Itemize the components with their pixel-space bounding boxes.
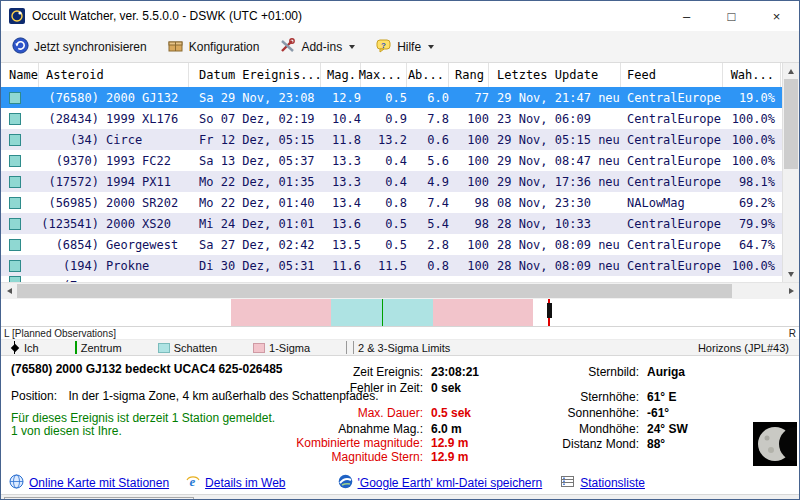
event-time-label: Zeit Ereignis:: [263, 365, 423, 379]
header-asteroid[interactable]: Asteroid: [39, 63, 189, 87]
horizontal-scrollbar[interactable]: [1, 282, 799, 299]
combined-mag-value: 12.9 m: [431, 436, 468, 450]
header-mag[interactable]: Mag.: [321, 63, 361, 87]
table-row[interactable]: (6854) Georgewest Sa 27 Dez, 02:42 13.5 …: [1, 234, 782, 255]
header-wah[interactable]: Wah...: [723, 63, 781, 87]
table-row[interactable]: (28434) 1999 XL176 So 07 Dez, 02:19 10.4…: [1, 108, 782, 129]
horizontal-scroll-thumb[interactable]: [17, 284, 732, 298]
legend-label: Schatten: [174, 342, 217, 354]
close-button[interactable]: ×: [754, 1, 799, 31]
moon-distance-value: 88°: [647, 437, 665, 451]
scroll-up-button[interactable]: [783, 63, 799, 79]
cell-max-duration: 11.5: [361, 259, 407, 273]
help-button[interactable]: ? Hilfe: [368, 33, 441, 61]
stations-reported-text: Für dieses Ereignis ist derzeit 1 Statio…: [11, 411, 275, 425]
google-earth-kml-link[interactable]: 'Google Earth' kml-Datei speichern: [338, 474, 543, 492]
event-checkbox-icon[interactable]: [9, 92, 21, 104]
event-time-value: 23:08:21: [431, 365, 479, 379]
configuration-icon: [167, 37, 184, 57]
cell-mag-drop: 4.9: [407, 175, 449, 189]
cell-last-update: 28 Nov, 10:33: [489, 217, 621, 231]
table-row[interactable]: (34) Circe Fr 12 Dez, 05:15 11.8 13.2 0.…: [1, 129, 782, 150]
cell-last-update: 08 Nov, 23:30: [489, 196, 621, 210]
maximize-button[interactable]: □: [709, 1, 754, 31]
event-checkbox-icon[interactable]: [9, 155, 21, 167]
planned-observations-strip: L [Planned Observations] R: [1, 327, 799, 340]
chevron-down-icon: [428, 45, 434, 49]
header-datum[interactable]: Datum Ereignis...: [189, 63, 321, 87]
toolbar: Jetzt synchronisieren Konfiguration Add-…: [1, 31, 799, 63]
cell-event-datetime: Mo 22 Dez, 01:35: [189, 175, 321, 189]
cell-mag-drop: 6.0: [407, 91, 449, 105]
table-row[interactable]: (76580) 2000 GJ132 Sa 29 Nov, 23:08 12.9…: [1, 87, 782, 108]
minimize-button[interactable]: –: [664, 1, 709, 31]
status-bar: Synchronisation erfolgt in 5 min: [1, 494, 799, 500]
header-update[interactable]: Letztes Update: [489, 63, 621, 87]
vertical-scrollbar[interactable]: [782, 63, 799, 282]
table-row[interactable]: (9370) 1993 FC22 Sa 13 Dez, 05:37 13.3 0…: [1, 150, 782, 171]
event-checkbox-icon[interactable]: [9, 218, 21, 230]
sync-button[interactable]: Jetzt synchronisieren: [5, 33, 154, 61]
station-list-link[interactable]: Stationsliste: [560, 474, 645, 492]
event-checkbox-icon[interactable]: [9, 260, 21, 272]
addins-button-label: Add-ins: [301, 40, 342, 54]
web-details-link-label: Details im Web: [205, 476, 285, 490]
event-status-cell: [1, 218, 39, 230]
addins-button[interactable]: Add-ins: [272, 33, 362, 61]
cell-event-datetime: Mi 24 Dez, 01:01: [189, 217, 321, 231]
time-error-value: 0 sek: [431, 381, 461, 395]
legend-item-schatten: Schatten: [158, 342, 217, 354]
cell-asteroid-name: 1994 PX11: [99, 175, 189, 189]
header-name[interactable]: Name: [1, 63, 39, 87]
scroll-right-button[interactable]: [783, 283, 799, 299]
event-status-cell: [1, 176, 39, 188]
cell-max-duration: 0.4: [361, 175, 407, 189]
cell-magnitude: 13.6: [321, 217, 361, 231]
scroll-left-button[interactable]: [1, 283, 17, 299]
cell-last-update: 29 Nov, 08:47 neu: [489, 154, 621, 168]
event-checkbox-icon[interactable]: [9, 176, 21, 188]
header-max[interactable]: Max...: [361, 63, 407, 87]
web-details-link[interactable]: e Details im Web: [185, 474, 285, 492]
event-checkbox-icon[interactable]: [9, 197, 21, 209]
horizontal-scroll-track[interactable]: [17, 283, 783, 299]
event-checkbox-icon[interactable]: [9, 239, 21, 251]
cell-last-update: 28 Nov, 08:09 neu: [489, 238, 621, 252]
cell-asteroid-number: (17572): [39, 175, 99, 189]
header-rang[interactable]: Rang: [449, 63, 489, 87]
cell-rank: 100: [449, 175, 489, 189]
table-row[interactable]: (123541) 2000 XS20 Mi 24 Dez, 01:01 13.6…: [1, 213, 782, 234]
event-checkbox-icon[interactable]: [9, 134, 21, 146]
vertical-scroll-track[interactable]: [783, 79, 799, 266]
configuration-button[interactable]: Konfiguration: [160, 33, 267, 61]
sigma-swatch-icon: [253, 343, 265, 353]
table-body: (76580) 2000 GJ132 Sa 29 Nov, 23:08 12.9…: [1, 87, 782, 282]
window-controls: – □ ×: [664, 1, 799, 31]
cell-probability: 100.0%: [723, 112, 781, 126]
online-map-link[interactable]: Online Karte mit Stationen: [9, 474, 169, 492]
sun-altitude-label: Sonnenhöhe:: [531, 406, 639, 420]
chevron-down-icon: [349, 45, 355, 49]
table-row[interactable]: (194) Prokne Di 30 Dez, 05:31 11.6 11.5 …: [1, 255, 782, 276]
vertical-scroll-thumb[interactable]: [784, 79, 798, 169]
cell-rank: 98: [449, 217, 489, 231]
cell-rank: 100: [449, 154, 489, 168]
table-header-row: Name Asteroid Datum Ereignis... Mag. Max…: [1, 63, 782, 87]
cell-event-datetime: Di 30 Dez, 05:31: [189, 259, 321, 273]
event-checkbox-icon[interactable]: [9, 113, 21, 125]
cell-rank: 100: [449, 238, 489, 252]
wrench-icon: [279, 37, 296, 57]
cell-probability: 79.9%: [723, 217, 781, 231]
scroll-down-button[interactable]: [783, 266, 799, 282]
sun-altitude-value: -61°: [647, 406, 669, 420]
cell-probability: 98.1%: [723, 175, 781, 189]
path-chart[interactable]: [1, 299, 799, 327]
header-ab[interactable]: Ab...: [407, 63, 449, 87]
table-row[interactable]: (17572) 1994 PX11 Mo 22 Dez, 01:35 13.3 …: [1, 171, 782, 192]
event-status-cell: [1, 197, 39, 209]
table-row[interactable]: (56985) 2000 SR202 Mo 22 Dez, 01:40 13.4…: [1, 192, 782, 213]
star-altitude-value: 61° E: [647, 390, 676, 404]
cell-mag-drop: 2.8: [407, 238, 449, 252]
cell-probability: 100.0%: [723, 259, 781, 273]
header-feed[interactable]: Feed: [621, 63, 723, 87]
